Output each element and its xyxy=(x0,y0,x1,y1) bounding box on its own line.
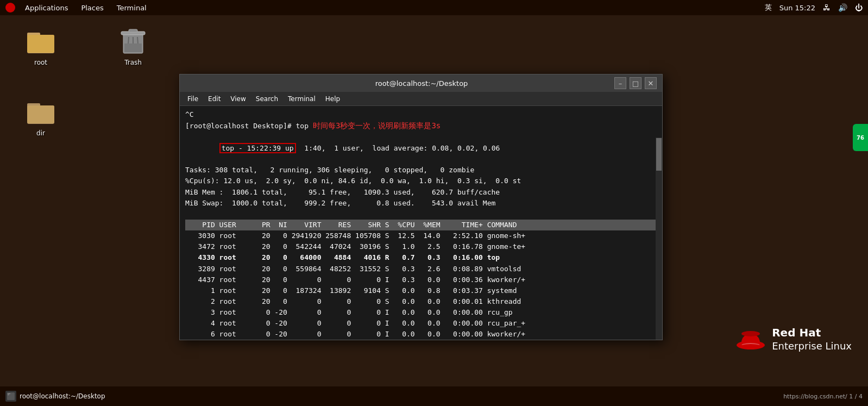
annotation-text: 时间每3秒变一次，说明刷新频率是3s xyxy=(313,120,441,132)
ctrl-c-line: ^C xyxy=(185,109,657,120)
menu-places[interactable]: Places xyxy=(76,3,109,13)
clock: Sun 15:22 xyxy=(779,4,815,12)
green-badge: 76 xyxy=(853,124,868,151)
menu-applications[interactable]: Applications xyxy=(20,3,73,13)
taskbar-left[interactable]: root@localhost:~/Desktop xyxy=(5,391,105,402)
terminal-title: root@localhost:~/Desktop xyxy=(229,79,614,88)
terminal-scrollbar-thumb[interactable] xyxy=(656,138,662,171)
terminal-window-controls: – □ ✕ xyxy=(614,77,657,89)
terminal-scrollbar[interactable] xyxy=(656,138,662,340)
svg-rect-13 xyxy=(27,105,54,123)
trash-icon xyxy=(118,26,148,57)
top-time-highlight: top - 15:22:39 up xyxy=(219,143,296,153)
table-header: PID USER PR NI VIRT RES SHR S %CPU %MEM … xyxy=(185,220,657,230)
term-menu-view[interactable]: View xyxy=(226,94,250,104)
table-row: 3289 root 20 0 559864 48252 31552 S 0.3 … xyxy=(185,264,657,274)
menu-terminal[interactable]: Terminal xyxy=(111,3,152,13)
top-bar-left: Applications Places Terminal xyxy=(5,3,152,13)
svg-point-0 xyxy=(5,3,15,13)
term-menu-help[interactable]: Help xyxy=(321,94,344,104)
redhat-text: Red Hat Enterprise Linux xyxy=(772,326,852,352)
swap-line: MiB Swap: 1000.0 total, 999.2 free, 0.8 … xyxy=(185,198,657,209)
taskbar-right: https://blog.csdn.net/ 1 / 4 xyxy=(783,393,863,400)
power-icon: ⏻ xyxy=(855,3,863,12)
taskbar: root@localhost:~/Desktop https://blog.cs… xyxy=(0,386,868,406)
desktop-icon-trash[interactable]: Trash xyxy=(109,26,158,66)
desktop-icon-dir[interactable]: dir xyxy=(16,97,65,137)
table-row: 4 root 0 -20 0 0 0 I 0.0 0.0 0:00.00 rcu… xyxy=(185,318,657,329)
language-indicator: 英 xyxy=(765,3,772,13)
table-row: 3472 root 20 0 542244 47024 30196 S 1.0 … xyxy=(185,241,657,252)
svg-rect-17 xyxy=(8,393,10,394)
redhat-app-icon xyxy=(5,3,15,13)
svg-point-15 xyxy=(741,331,760,336)
network-icon: 🖧 xyxy=(823,3,831,12)
volume-icon: 🔊 xyxy=(838,3,847,12)
table-row: 4330 root 20 0 64000 4884 4016 R 0.7 0.3… xyxy=(185,252,657,263)
cpu-line: %Cpu(s): 12.0 us, 2.0 sy, 0.0 ni, 84.6 i… xyxy=(185,176,657,186)
table-row: 2 root 20 0 0 0 0 S 0.0 0.0 0:00.01 kthr… xyxy=(185,296,657,307)
svg-rect-18 xyxy=(8,395,9,395)
svg-rect-10 xyxy=(124,43,142,52)
term-menu-file[interactable]: File xyxy=(183,94,203,104)
folder-icon-root xyxy=(26,26,56,57)
process-rows: 3030 root 20 0 2941920 258748 105708 S 1… xyxy=(185,230,657,340)
maximize-button[interactable]: □ xyxy=(630,77,641,89)
table-row: 3 root 0 -20 0 0 0 I 0.0 0.0 0:00.00 rcu… xyxy=(185,307,657,318)
svg-rect-6 xyxy=(129,29,137,32)
term-menu-edit[interactable]: Edit xyxy=(204,94,225,104)
folder-icon-dir xyxy=(26,97,56,127)
term-menu-terminal[interactable]: Terminal xyxy=(284,94,320,104)
close-button[interactable]: ✕ xyxy=(645,77,657,89)
taskbar-app-label: root@localhost:~/Desktop xyxy=(20,392,105,400)
terminal-menubar: File Edit View Search Terminal Help xyxy=(180,92,662,106)
minimize-button[interactable]: – xyxy=(614,77,626,89)
term-menu-search[interactable]: Search xyxy=(251,94,282,104)
top-bar-right: 英 Sun 15:22 🖧 🔊 ⏻ xyxy=(765,3,863,13)
svg-rect-3 xyxy=(27,35,54,53)
redhat-logo: Red Hat Enterprise Linux xyxy=(736,324,852,354)
desktop-icon-root-label: root xyxy=(34,59,47,66)
table-row: 1 root 20 0 187324 13892 9104 S 0.0 0.8 … xyxy=(185,285,657,296)
table-row: 6 root 0 -20 0 0 0 I 0.0 0.0 0:00.00 kwo… xyxy=(185,329,657,340)
mem-line: MiB Mem : 1806.1 total, 95.1 free, 1090.… xyxy=(185,187,657,198)
desktop-icon-dir-label: dir xyxy=(36,129,45,137)
redhat-hat-icon xyxy=(736,324,765,354)
table-row: 4437 root 20 0 0 0 0 I 0.3 0.0 0:00.36 k… xyxy=(185,274,657,285)
top-menubar: Applications Places Terminal 英 Sun 15:22… xyxy=(0,0,868,15)
terminal-titlebar: root@localhost:~/Desktop – □ ✕ xyxy=(180,74,662,92)
tasks-line: Tasks: 308 total, 2 running, 306 sleepin… xyxy=(185,165,657,176)
top-summary-line: top - 15:22:39 up 1:40, 1 user, load ave… xyxy=(185,132,657,165)
blank-line xyxy=(185,209,657,220)
desktop: root Trash xyxy=(0,15,868,386)
terminal-body[interactable]: ^C [root@localhost Desktop]# top 时间每3秒变一… xyxy=(180,106,662,340)
desktop-icon-root[interactable]: root xyxy=(16,26,65,66)
desktop-icon-trash-label: Trash xyxy=(124,59,142,66)
prompt-line: [root@localhost Desktop]# top 时间每3秒变一次，说… xyxy=(185,120,657,132)
taskbar-app-icon xyxy=(5,391,16,402)
terminal-window: root@localhost:~/Desktop – □ ✕ File Edit… xyxy=(179,74,663,340)
table-row: 3030 root 20 0 2941920 258748 105708 S 1… xyxy=(185,230,657,241)
